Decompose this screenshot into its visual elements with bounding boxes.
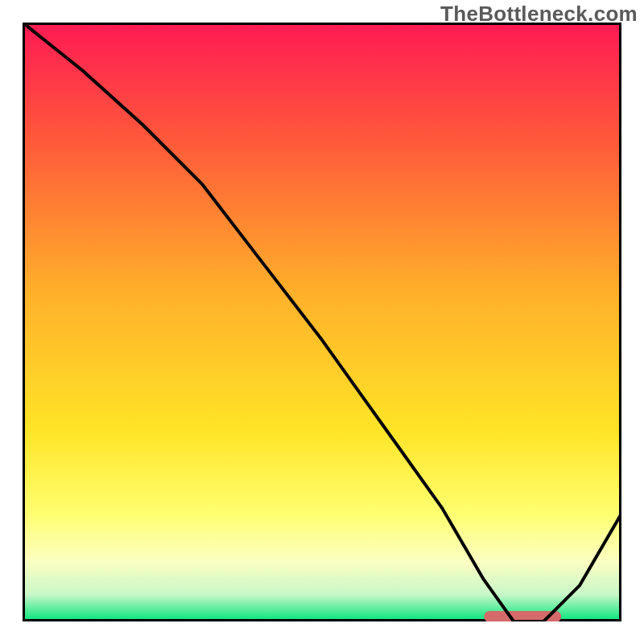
chart-background — [23, 23, 621, 621]
bottleneck-chart — [23, 23, 621, 621]
chart-stage: TheBottleneck.com — [0, 0, 644, 644]
chart-svg — [23, 23, 621, 621]
